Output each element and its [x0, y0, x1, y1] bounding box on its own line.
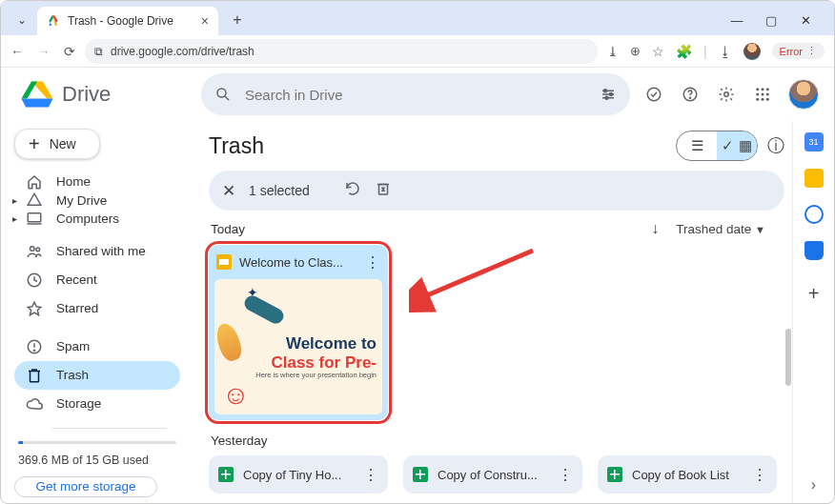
- window-maximize-icon[interactable]: ▢: [764, 13, 779, 28]
- sheets-file-icon: [413, 467, 428, 482]
- doodle-rocket: [214, 321, 245, 364]
- offline-ready-icon[interactable]: [643, 84, 664, 105]
- apps-grid-icon[interactable]: [752, 84, 773, 105]
- svg-point-27: [762, 98, 764, 101]
- svg-point-28: [766, 98, 769, 101]
- file-chip[interactable]: Copy of Constru... ⋮: [403, 455, 582, 494]
- svg-marker-35: [28, 302, 41, 315]
- svg-marker-0: [49, 23, 51, 26]
- svg-point-20: [756, 88, 759, 91]
- file-chip[interactable]: Copy of Tiny Ho... ⋮: [209, 455, 388, 494]
- support-icon[interactable]: [680, 84, 701, 105]
- section-yesterday-label: Yesterday: [211, 433, 268, 448]
- file-name: Copy of Constru...: [438, 468, 548, 482]
- sheets-file-icon: [607, 467, 622, 482]
- keep-addon-icon[interactable]: [804, 169, 824, 188]
- nav-back-icon[interactable]: ←: [10, 44, 24, 59]
- search-box[interactable]: [201, 73, 630, 115]
- file-name: Copy of Tiny Ho...: [243, 468, 354, 482]
- sidebar-item-recent[interactable]: Recent: [14, 266, 180, 294]
- addons-plus-icon[interactable]: +: [808, 283, 820, 305]
- panel-collapse-icon[interactable]: ›: [811, 476, 816, 494]
- file-name: Welcome to Clas...: [239, 255, 357, 270]
- site-info-icon[interactable]: ⧉: [94, 45, 103, 58]
- svg-point-8: [217, 89, 226, 97]
- sidebar-item-label: Starred: [56, 301, 98, 315]
- tab-close-icon[interactable]: ×: [201, 13, 209, 29]
- recent-icon: [26, 272, 43, 289]
- window-close-icon[interactable]: ✕: [798, 13, 813, 28]
- bookmark-star-icon[interactable]: ☆: [652, 44, 664, 59]
- svg-point-26: [756, 98, 759, 101]
- sidebar-item-trash[interactable]: Trash: [14, 361, 180, 390]
- svg-point-38: [33, 350, 34, 351]
- sort-direction-icon[interactable]: ↓: [651, 220, 659, 237]
- window-controls: — ▢ ✕: [729, 13, 826, 28]
- downloads-icon[interactable]: ⭳: [719, 44, 732, 59]
- more-actions-icon[interactable]: ⋮: [363, 466, 378, 484]
- clear-selection-icon[interactable]: ✕: [222, 181, 235, 201]
- tasks-addon-icon[interactable]: [804, 205, 824, 224]
- svg-line-9: [225, 96, 229, 100]
- info-icon[interactable]: ⓘ: [767, 134, 784, 157]
- file-thumbnail: ✦ ☺ Welcome to Class for Pre- Here is wh…: [214, 279, 382, 414]
- settings-gear-icon[interactable]: [716, 84, 737, 105]
- browser-tab[interactable]: Trash - Google Drive ×: [37, 7, 218, 35]
- sidebar-item-spam[interactable]: Spam: [14, 333, 180, 361]
- search-options-icon[interactable]: [600, 86, 617, 103]
- plus-icon: +: [29, 133, 40, 155]
- slides-file-icon: [216, 254, 232, 270]
- side-panel: + ›: [792, 121, 834, 504]
- tab-title: Trash - Google Drive: [68, 14, 173, 28]
- contacts-addon-icon[interactable]: [804, 241, 824, 260]
- search-input[interactable]: [245, 87, 586, 103]
- svg-point-13: [604, 90, 607, 92]
- svg-point-24: [762, 93, 764, 96]
- sidebar-item-starred[interactable]: Starred: [14, 294, 180, 323]
- account-avatar[interactable]: [788, 79, 819, 110]
- page-title: Trash: [209, 133, 264, 159]
- svg-point-32: [31, 246, 35, 251]
- file-chip[interactable]: Copy of Book List ⋮: [598, 455, 777, 494]
- thumb-line1: Welcome to: [271, 334, 377, 353]
- chevron-right-icon[interactable]: ▸: [12, 195, 17, 206]
- delete-forever-icon[interactable]: [375, 180, 392, 202]
- grid-view-button[interactable]: ✓ ▦: [717, 131, 757, 160]
- svg-rect-30: [28, 213, 41, 222]
- extensions-icon[interactable]: 🧩: [676, 44, 692, 59]
- chevron-right-icon[interactable]: ▸: [12, 213, 17, 224]
- install-app-icon[interactable]: ⤓: [607, 44, 619, 59]
- restore-icon[interactable]: [344, 180, 361, 202]
- zoom-icon[interactable]: ⊕: [630, 44, 641, 58]
- doodle-crayon: [242, 293, 286, 327]
- sidebar-item-label: Computers: [56, 212, 119, 226]
- sidebar-item-label: My Drive: [56, 193, 107, 208]
- home-icon: [26, 173, 43, 191]
- get-storage-button[interactable]: Get more storage: [14, 476, 157, 497]
- url-input-wrap[interactable]: ⧉: [85, 39, 598, 64]
- nav-reload-icon[interactable]: ⟳: [64, 44, 75, 59]
- sidebar-item-storage[interactable]: Storage: [14, 390, 180, 418]
- new-button-label: New: [50, 136, 76, 151]
- error-chip[interactable]: Error⋮: [772, 43, 825, 59]
- url-input[interactable]: [111, 45, 588, 58]
- sidebar-item-mydrive[interactable]: ▸ My Drive: [14, 191, 180, 209]
- scrollbar[interactable]: [785, 329, 791, 386]
- window-minimize-icon[interactable]: —: [729, 13, 744, 28]
- new-button[interactable]: + New: [14, 129, 100, 159]
- new-tab-button[interactable]: +: [224, 7, 251, 33]
- list-view-button[interactable]: ☰: [677, 131, 717, 160]
- sidebar-item-computers[interactable]: ▸ Computers: [14, 210, 180, 228]
- sidebar-item-home[interactable]: Home: [14, 172, 180, 191]
- tab-search-dropdown-icon[interactable]: ⌄: [10, 9, 33, 31]
- sidebar-item-shared[interactable]: Shared with me: [14, 237, 180, 266]
- more-actions-icon[interactable]: ⋮: [558, 466, 573, 484]
- sort-button[interactable]: Trashed date ▼: [676, 222, 765, 236]
- file-card-selected[interactable]: Welcome to Clas... ⋮ ✦ ☺ Welcome to Clas…: [209, 245, 388, 420]
- more-actions-icon[interactable]: ⋮: [752, 466, 767, 484]
- drive-logo[interactable]: Drive: [20, 77, 192, 111]
- more-actions-icon[interactable]: ⋮: [365, 253, 380, 272]
- calendar-addon-icon[interactable]: [804, 132, 824, 151]
- profile-avatar-icon[interactable]: [743, 43, 761, 60]
- spam-icon: [26, 338, 43, 355]
